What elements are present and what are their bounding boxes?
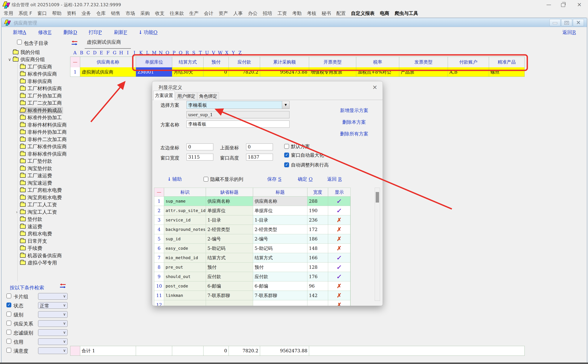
tree-item-6[interactable]: 工厂外协加工商: [2, 92, 70, 100]
filter-dropdown-4[interactable]: ∨: [38, 329, 67, 336]
menu-item-20[interactable]: 考核: [304, 10, 319, 16]
alpha-T[interactable]: T: [197, 50, 204, 55]
grid-cell-12-1[interactable]: [164, 300, 206, 306]
menu-item-0[interactable]: 常用: [1, 10, 16, 16]
grid-col-header-2[interactable]: 缺省标题: [206, 188, 253, 196]
grid-cell-2-3[interactable]: 单据库位: [253, 206, 307, 215]
grid-cell-6-5[interactable]: ✗: [328, 244, 350, 253]
auto-row-height-checkbox[interactable]: 自动调整列表行高: [284, 162, 289, 167]
tree-item-4[interactable]: 非标供应商: [2, 78, 70, 85]
grid-row-3[interactable]: 3service_id1-目录1-目录236✗: [154, 215, 350, 225]
tree-item-9[interactable]: 标准件外协加工: [2, 114, 70, 122]
tree-item-20[interactable]: 淘宝房租水电费: [2, 194, 70, 201]
alpha-R[interactable]: R: [184, 50, 190, 55]
grid-cell-1-1[interactable]: sup_name: [164, 196, 206, 206]
grid-cell-10-1[interactable]: post_code: [164, 281, 206, 291]
tree-item-16[interactable]: 淘宝垫付款: [2, 165, 70, 172]
col-header-5[interactable]: 应付款: [229, 57, 260, 67]
grid-col-header-1[interactable]: 标识: [164, 188, 206, 196]
grid-cell-7-4[interactable]: 166: [307, 253, 328, 263]
window-maximize-icon[interactable]: [561, 19, 572, 26]
alpha-H[interactable]: H: [118, 50, 124, 55]
close-icon[interactable]: ×: [575, 1, 583, 7]
grid-cell-7-1[interactable]: mio_method_id: [164, 253, 206, 263]
tree-item-12[interactable]: 非标件二次加工商: [2, 136, 70, 143]
grid-cell-11-1[interactable]: linkman: [164, 291, 206, 300]
menu-item-25[interactable]: 爬虫与工具: [392, 10, 421, 16]
grid-cell-4-0[interactable]: 4: [154, 225, 164, 234]
grid-cell-1-4[interactable]: 288: [307, 196, 328, 206]
alpha-E[interactable]: E: [98, 50, 105, 55]
window-minimize-icon[interactable]: [549, 19, 561, 26]
helper-button[interactable]: ↓辅助: [167, 176, 182, 182]
alpha-C[interactable]: C: [85, 50, 91, 55]
menu-item-24[interactable]: 电商: [377, 10, 392, 16]
delete-button[interactable]: 删除D: [63, 29, 77, 36]
filter-dropdown-2[interactable]: ∨: [38, 311, 67, 318]
col-header-1[interactable]: 供应商名称: [80, 57, 136, 67]
grid-row-7[interactable]: 7mio_method_id结算方式结算方式166✓: [154, 253, 350, 263]
filter-checkbox-2[interactable]: [6, 312, 11, 317]
grid-cell-8-5[interactable]: ✓: [328, 263, 350, 272]
tree-item-8[interactable]: 标准件外购成品: [2, 107, 70, 114]
tree-item-13[interactable]: 工厂标准件供应商: [2, 143, 70, 150]
grid-cell-5-4[interactable]: 186: [307, 234, 328, 244]
grid-row-4[interactable]: 4background_notes2-经营类型2-经营类型172✗: [154, 225, 350, 234]
filter-dropdown-0[interactable]: ∨: [38, 293, 67, 300]
chevron-down-icon[interactable]: ∨: [7, 57, 13, 62]
menu-item-11[interactable]: 往来款: [167, 10, 187, 16]
function-button[interactable]: ↓功能O: [138, 29, 157, 36]
grid-cell-2-2[interactable]: 单据库位: [206, 206, 253, 215]
alpha-X[interactable]: X: [223, 50, 230, 55]
grid-cell-4-1[interactable]: background_notes: [164, 225, 206, 234]
top-coord-input[interactable]: 0: [246, 143, 273, 150]
grid-cell-4-3[interactable]: 2-经营类型: [253, 225, 307, 234]
grid-cell-6-1[interactable]: easy_code: [164, 244, 206, 253]
grid-cell-1-3[interactable]: 供应商名称: [253, 196, 307, 206]
filter-dropdown-3[interactable]: ∨: [38, 320, 67, 327]
grid-row-11[interactable]: 11linkman7-联系群聊7-联系群聊142✗: [154, 291, 350, 300]
menu-item-13[interactable]: 会计: [201, 10, 216, 16]
delete-all-plans-link[interactable]: 删除所有方案: [340, 131, 368, 137]
grid-cell-9-2[interactable]: 应付款: [206, 272, 253, 281]
col-header-2[interactable]: 单据库位: [136, 57, 172, 67]
menu-item-5[interactable]: 业务: [79, 10, 94, 16]
plan-select[interactable]: 李楠看板 ▼: [187, 101, 290, 109]
filter-checkbox-4[interactable]: [6, 330, 11, 335]
filter-dropdown-5[interactable]: ∨: [38, 338, 67, 345]
menu-item-22[interactable]: 配置: [334, 10, 348, 16]
grid-cell-2-5[interactable]: ✓: [328, 206, 350, 215]
tree-item-25[interactable]: 房租水电费: [2, 230, 70, 238]
grid-cell-6-4[interactable]: 148: [307, 244, 328, 253]
grid-cell-8-0[interactable]: 8: [154, 263, 164, 272]
grid-cell-11-5[interactable]: ✗: [328, 291, 350, 300]
grid-cell-11-0[interactable]: 11: [154, 291, 164, 300]
grid-cell-8-3[interactable]: 预付: [253, 263, 307, 272]
back-button[interactable]: 返回 R: [327, 176, 342, 182]
swap-icon[interactable]: [60, 283, 66, 288]
alpha-L[interactable]: L: [144, 50, 151, 55]
include-subdir-checkbox[interactable]: [17, 40, 22, 45]
tree-item-27[interactable]: 手续费: [2, 245, 70, 252]
grid-cell-3-2[interactable]: 1-目录: [206, 215, 253, 225]
minimize-icon[interactable]: —: [545, 1, 553, 7]
menu-item-14[interactable]: 资产: [216, 10, 231, 16]
dialog-close-icon[interactable]: ×: [372, 84, 377, 91]
alpha-M[interactable]: M: [151, 50, 157, 55]
col-header-0[interactable]: —: [70, 57, 80, 67]
col-header-6[interactable]: 累计采购额: [260, 57, 309, 67]
grid-row-8[interactable]: 8pre_out预付预付128✓: [154, 263, 350, 272]
save-button[interactable]: 保存 S: [267, 176, 281, 182]
grid-cell-7-2[interactable]: 结算方式: [206, 253, 253, 263]
tree-item-18[interactable]: 淘宝速运费: [2, 179, 70, 187]
grid-cell-4-5[interactable]: ✗: [328, 225, 350, 234]
alpha-Q[interactable]: Q: [177, 50, 184, 55]
alpha-V[interactable]: V: [210, 50, 217, 55]
tree-item-14[interactable]: 非标标准件供应商: [2, 150, 70, 158]
col-header-9[interactable]: 发票类型: [399, 57, 448, 67]
grid-cell-6-0[interactable]: 6: [154, 244, 164, 253]
filter-checkbox-5[interactable]: [6, 339, 11, 344]
tab-swap-icon[interactable]: [72, 40, 77, 45]
row-cell-4[interactable]: 0: [203, 67, 229, 77]
menu-item-8[interactable]: 市场: [123, 10, 138, 16]
